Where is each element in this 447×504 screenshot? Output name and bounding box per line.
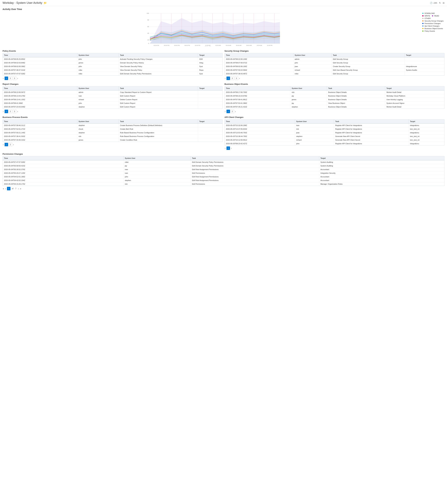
table-cell: Rule Based Business Process Configuratio… [119,131,198,135]
table-cell: 2020-05-04T08:05:25.855Z [3,57,77,61]
table-row: 2020-05-04T07:38:41.503ZrickRule Based B… [3,135,222,138]
table-cell: Register API Client for Integrations [334,131,409,135]
table-cell: Generate New API Client Secret [334,138,409,142]
table-row: 2020-05-04T05:20:27.129ZivanEdit Permiss… [3,171,444,175]
svg-text:10:00 AM: 10:00 AM [257,45,262,46]
bpe-prev-arrow[interactable]: ‹ [2,143,4,146]
bpe-page-2[interactable]: 2 [9,143,12,146]
permission-changes-section: Permission Changes Time System User Task… [2,153,445,191]
svg-text:06:00 AM: 06:00 AM [236,45,241,46]
pch-page-1[interactable]: 1 [7,187,10,190]
table-cell: tom_test_int [409,127,444,131]
table-cell: 2020-05-03T14:47:05.833Z [225,127,295,131]
sgc-page-3[interactable]: 3 [235,76,238,80]
sgc-prev-arrow[interactable]: ‹ [224,77,226,80]
row-3: Business Process Events Time System User… [2,116,445,151]
table-cell: stephen [77,131,119,135]
bpe-page-1[interactable]: 1 [5,143,8,146]
table-cell: Worker Audit Detail [385,105,444,109]
business-process-table-wrapper: Time System User Task Target 2020-05-04T… [2,119,223,142]
legend-label-other: OTHER [425,18,431,19]
time-range-label: -24h [433,2,437,4]
boe-prev-arrow[interactable]: ‹ [224,110,226,113]
table-cell: rick [295,127,334,131]
business-object-section: Business Object Events Time System User … [224,83,445,114]
boe-page-1[interactable]: 1 [227,110,230,113]
pe-prev-arrow[interactable]: ‹ [2,77,4,80]
pe-col-time: Time [3,53,77,57]
table-cell: integrationu [409,131,444,135]
legend-label-boe: Business Object Events [425,28,443,30]
rc-page-3[interactable]: 3 [13,110,16,113]
sgc-next-arrow[interactable]: › [239,77,240,80]
table-cell [198,98,222,101]
table-cell: 2020-05-04T08:22:00.567Z [3,90,77,94]
acc-next-arrow[interactable]: › [231,147,232,150]
pe-page-3[interactable]: 3 [13,76,16,80]
api-client-title: API Client Changes [224,116,445,118]
table-cell: 2020-05-04T07:50:22.584Z [225,68,293,72]
rc-prev-arrow[interactable]: ‹ [2,110,4,113]
table-cell: 2020-05-04T05:30:52.379Z [3,168,124,171]
svg-text:12:00 AM: 12:00 AM [205,45,211,46]
sgc-col-task: Task [332,53,405,57]
table-cell: Edit Custom Report [119,101,198,105]
table-cell [198,124,222,127]
security-group-title: Security Group Changes [224,50,445,52]
security-group-table-wrapper: Time System User Task Target 2020-05-04T… [224,53,445,76]
table-cell: jay [290,94,327,98]
table-cell: james [290,98,327,101]
filter-button[interactable]: ⊟ [443,2,445,4]
boe-page-2[interactable]: 2 [231,110,234,113]
bpe-next-arrow[interactable]: › [13,143,14,146]
acc-prev-arrow[interactable]: ‹ [224,147,226,150]
legend-pe: Policy Events [422,30,445,32]
table-row: 2020-05-04T07:53:41.386ZjayView Business… [225,101,444,105]
table-cell: mike [77,68,119,72]
table-row: 2020-05-04T07:48:47.014ZmikeView Domain … [3,68,222,72]
legend-other: OTHER [422,18,445,19]
table-cell: stephen [77,124,119,127]
table-cell: 2020-05-04T08:02:00.306Z [3,65,77,68]
pch-first-arrow[interactable]: « [2,187,4,190]
pe-next-arrow[interactable]: › [17,77,18,80]
pe-page-2[interactable]: 2 [9,76,12,80]
rc-page-2[interactable]: 2 [9,110,12,113]
svg-text:0: 0 [148,43,149,44]
table-cell: james [77,61,119,65]
business-process-section: Business Process Events Time System User… [2,116,223,151]
refresh-button[interactable]: ↻ [439,2,441,4]
sgc-page-2[interactable]: 2 [231,76,234,80]
table-cell: 2020-05-04T05:20:27.129Z [3,171,124,175]
table-cell: 2020-05-03T10:38:44.795Z [225,135,295,138]
sgc-page-1[interactable]: 1 [227,76,230,80]
bpe-col-user: System User [77,120,119,124]
table-cell: Accountant [319,179,444,182]
time-range-selector[interactable]: 🕐 -24h [430,2,437,4]
acc-col-target: Target [409,120,444,124]
rc-page-1[interactable]: 1 [5,110,8,113]
table-row: 2020-05-03T13:53:40.750ZjoanRegister API… [225,131,444,135]
acc-page-1[interactable]: 1 [227,146,230,150]
table-row: 2020-05-04T08:17:00.700ZrickBusiness Obj… [225,90,444,94]
pe-page-1[interactable]: 1 [5,76,8,80]
page-title: Workday - System User Activity [2,1,42,5]
table-cell: Accountant [319,175,444,179]
table-cell: Rule Based Business Process Configuratio… [119,135,198,138]
business-process-title: Business Process Events [2,116,223,118]
pe-col-task: Task [119,53,198,57]
legend-label-acc: Api Client Changes [425,25,439,27]
pch-prev-arrow[interactable]: ‹ [5,187,6,190]
rc-next-arrow[interactable]: › [17,110,18,113]
table-row: 2020-05-04T08:02:00.306ZjohnView Domain … [3,65,222,68]
table-row: 2020-05-04T04:15:26.175ZrickEdit Permiss… [3,182,444,186]
legend-label-read: READ [434,15,439,17]
boe-next-arrow[interactable]: › [235,110,236,113]
table-row: 2020-05-04T08:13:41.155ZrichardDelete Cu… [3,98,222,101]
table-row: 2020-05-04T04:52:01.180ZjohnEdit Role As… [3,175,444,179]
pch-next-arrow[interactable]: › [18,187,19,190]
rc-col-user: System User [77,86,119,90]
pch-last-arrow[interactable]: » [20,187,21,190]
table-row: 2020-05-04T07:58:41.881ZjamesBusiness Ob… [225,98,444,101]
table-cell: james [77,138,119,142]
